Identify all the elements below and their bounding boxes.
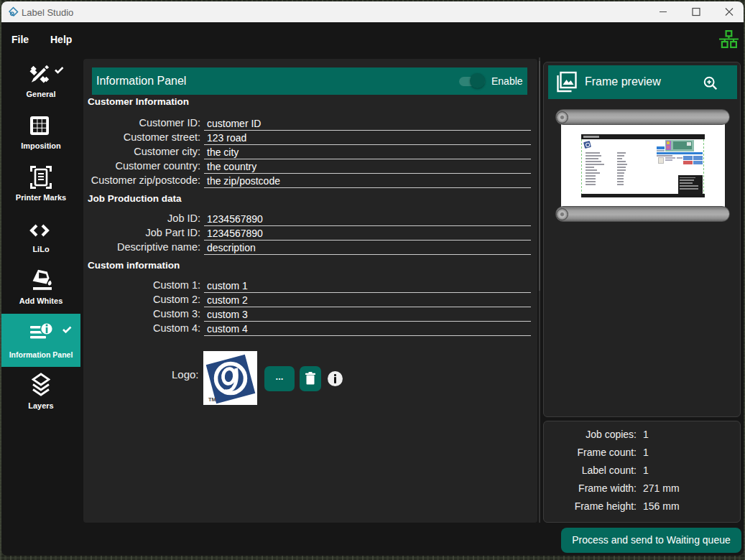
svg-text:TM: TM <box>208 396 216 403</box>
